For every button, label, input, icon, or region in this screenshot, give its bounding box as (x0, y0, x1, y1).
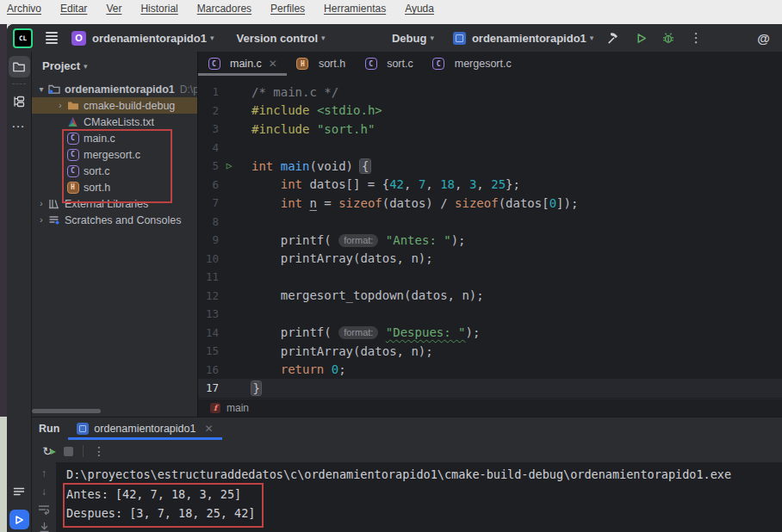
more-actions-kebab-icon[interactable]: ⋮ (688, 30, 704, 46)
ai-assistant-icon[interactable]: @ (757, 31, 770, 46)
menu-item-archivo[interactable]: Archivo (7, 3, 41, 15)
chevron-right-icon[interactable]: › (35, 199, 47, 208)
code-text: #include "sort.h" (251, 122, 375, 136)
line-number: 7 (198, 196, 219, 209)
code-token: return (281, 362, 325, 376)
code-line-2[interactable]: 2#include <stdio.h> (198, 102, 782, 121)
main-menu-icon[interactable] (46, 32, 58, 44)
chevron-right-icon[interactable]: › (54, 101, 66, 110)
tab-main-c[interactable]: Cmain.c✕ (198, 52, 287, 76)
stop-icon[interactable] (64, 447, 73, 456)
menu-item-ver[interactable]: Ver (106, 3, 121, 15)
code-line-7[interactable]: 7 int n = sizeof(datos) / sizeof(datos[0… (198, 194, 782, 213)
console-line-3: Despues: [3, 7, 18, 25, 42] (66, 504, 782, 523)
run-play-icon[interactable] (633, 30, 649, 46)
menu-item-ayuda[interactable]: Ayuda (405, 3, 434, 15)
menu-item-perfiles[interactable]: Perfiles (270, 3, 305, 15)
menu-item-marcadores[interactable]: Marcadores (197, 3, 251, 15)
tree-item-cmakelists-txt[interactable]: CMakeLists.txt (32, 114, 197, 130)
project-panel-title[interactable]: Project (42, 59, 80, 72)
rerun-icon[interactable]: ↻▶ (40, 444, 54, 458)
c-file-icon: C (364, 58, 377, 70)
tree-item-main-c[interactable]: Cmain.c (32, 130, 197, 146)
debug-bug-icon[interactable] (661, 30, 676, 46)
run-mode-selector[interactable]: Debug (392, 32, 426, 45)
project-panel: Project ▾ ▾ordenamientorapido1D:\proy›cm… (32, 52, 198, 417)
code-line-6[interactable]: 6 int datos[] = {42, 7, 18, 3, 25}; (198, 176, 782, 195)
menu-item-historial[interactable]: Historial (140, 3, 177, 15)
version-control-button[interactable]: Version control (236, 32, 318, 45)
console-gutter: ↑ ↓ (32, 462, 56, 532)
chevron-down-icon[interactable]: ▾ (35, 84, 47, 94)
code-line-14[interactable]: 14 printf( format: "Despues: "); (198, 324, 782, 343)
soft-wrap-icon[interactable] (38, 504, 50, 515)
code-token (309, 122, 316, 136)
menu-item-herramientas[interactable]: Herramientas (324, 3, 386, 15)
tab-sort-c[interactable]: Csort.c (355, 52, 423, 76)
tree-item-external-libraries[interactable]: ›External Libraries (32, 195, 197, 212)
code-token (251, 196, 281, 210)
breadcrumb-item[interactable]: main (227, 402, 249, 414)
arrow-up-icon[interactable]: ↑ (41, 467, 47, 479)
project-tool-button[interactable] (9, 56, 30, 77)
run-options-kebab-icon[interactable]: ⋮ (93, 444, 105, 458)
tree-item-ordenamientorapido1[interactable]: ▾ordenamientorapido1D:\proy (32, 81, 197, 97)
code-line-4[interactable]: 4 (198, 139, 782, 158)
structure-tool-button[interactable] (9, 90, 30, 112)
scroll-to-end-icon[interactable] (39, 522, 50, 532)
tree-item-mergesort-c[interactable]: Cmergesort.c (32, 146, 197, 163)
code-line-13[interactable]: 13 (198, 305, 782, 324)
tree-item-label: sort.h (84, 182, 110, 194)
code-line-16[interactable]: 16 return 0; (198, 361, 782, 380)
project-name-button[interactable]: ordenamientorapido1 (92, 32, 207, 45)
inlay-hint: format: (338, 326, 378, 339)
code-line-5[interactable]: 5▷int main(void) { (198, 157, 782, 176)
tree-item-path: D:\proy (180, 84, 198, 96)
code-line-1[interactable]: 1/* main.c */ (198, 83, 782, 102)
close-icon[interactable]: ✕ (269, 58, 277, 70)
c-file-icon: C (432, 58, 445, 70)
code-line-8[interactable]: 8 (198, 213, 782, 232)
more-tool-windows-button[interactable]: ··· (12, 121, 26, 132)
c-file-icon: C (67, 165, 79, 177)
tree-item-scratches-and-consoles[interactable]: ›Scratches and Consoles (32, 212, 197, 228)
tab-sort-h[interactable]: Hsort.h (287, 52, 355, 76)
code-line-11[interactable]: 11 (198, 268, 782, 287)
tree-item-sort-h[interactable]: Hsort.h (32, 179, 197, 195)
code-line-10[interactable]: 10 printArray(datos, n); (198, 250, 782, 269)
code-line-17[interactable]: 17} (198, 379, 782, 398)
line-number: 14 (198, 326, 219, 339)
code-token: ); (466, 325, 481, 339)
code-line-3[interactable]: 3#include "sort.h" (198, 120, 782, 139)
code-text: printArray(datos, n); (251, 344, 433, 358)
run-config-selector[interactable]: ordenamientorapido1 (472, 32, 586, 45)
code-line-9[interactable]: 9 printf( format: "Antes: "); (198, 231, 782, 250)
code-token: mergesort_topdown(datos, n); (251, 288, 484, 302)
code-editor[interactable]: 1/* main.c */2#include <stdio.h>3#includ… (198, 76, 782, 399)
build-hammer-icon[interactable] (605, 30, 621, 46)
close-icon[interactable]: ✕ (204, 423, 213, 435)
code-line-15[interactable]: 15 printArray(datos, n); (198, 342, 782, 361)
tab-mergesort-c[interactable]: Cmergesort.c (423, 52, 521, 76)
code-token: int (281, 177, 302, 191)
tab-label: sort.h (319, 58, 345, 70)
code-line-12[interactable]: 12 mergesort_topdown(datos, n); (198, 287, 782, 306)
code-token (309, 103, 316, 117)
tool-window-stripe: ··· (7, 52, 32, 532)
run-tab[interactable]: ordenamientorapido1 ✕ (68, 418, 221, 440)
arrow-down-icon[interactable]: ↓ (41, 486, 47, 497)
tree-item-cmake-build-debug[interactable]: ›cmake-build-debug (32, 97, 197, 114)
horizontal-scrollbar-thumb[interactable] (32, 409, 101, 413)
code-token: main (281, 159, 310, 173)
code-token: , (455, 177, 469, 191)
menu-item-editar[interactable]: Editar (60, 3, 87, 15)
run-line-icon[interactable]: ▷ (219, 160, 239, 171)
code-token: sizeof (338, 196, 382, 210)
tree-item-sort-c[interactable]: Csort.c (32, 163, 197, 179)
desktop-edge-bottom (0, 417, 7, 532)
chevron-right-icon[interactable]: › (35, 215, 47, 225)
code-token: ); (451, 233, 466, 247)
run-tool-window-button[interactable] (9, 510, 29, 529)
console-output[interactable]: D:\proyectos\estructuraddedatos\c\ordena… (56, 462, 782, 532)
notifications-lines-icon[interactable] (9, 480, 30, 502)
